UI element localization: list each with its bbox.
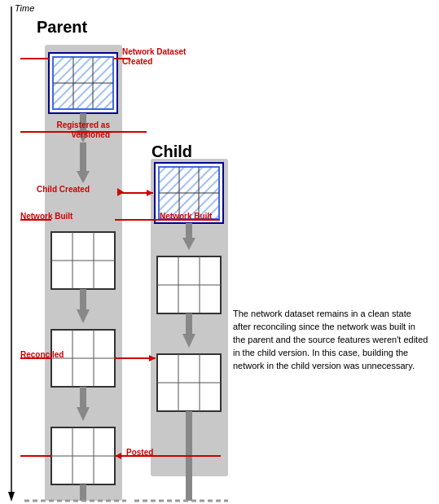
posted-label: Posted <box>126 448 153 457</box>
child-created-label: Child Created <box>37 185 90 194</box>
network-built-parent-label: Network Built <box>20 212 72 221</box>
reconciled-label: Reconciled <box>20 350 64 359</box>
registered-as-versioned-label: Registered asVersioned <box>20 121 110 140</box>
diagram-container: Time Parent Child Network DatasetCreated… <box>0 0 439 504</box>
child-created-arrow <box>117 188 124 196</box>
network-dataset-created-label: Network DatasetCreated <box>122 47 186 67</box>
svg-marker-1 <box>8 492 15 502</box>
description-text: The network dataset remains in a clean s… <box>233 308 428 373</box>
time-label: Time <box>15 3 34 13</box>
child-column-header: Child <box>151 142 192 161</box>
main-svg <box>0 0 439 504</box>
parent-column-header: Parent <box>37 18 87 37</box>
network-built-child-label: Network Built <box>160 212 212 221</box>
